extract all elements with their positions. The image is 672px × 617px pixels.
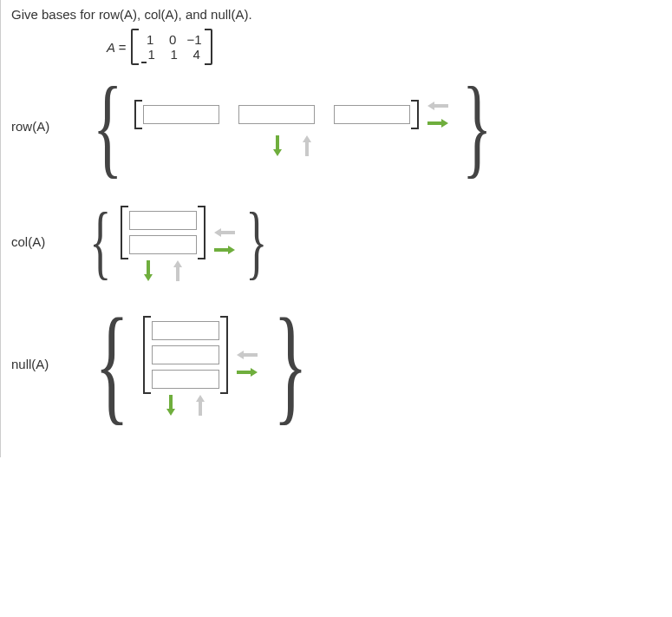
- matrix-cell: −1: [186, 32, 201, 47]
- matrix-cell: 1: [141, 32, 153, 47]
- col-A-row-controls: [136, 265, 190, 277]
- left-brace: {: [93, 81, 122, 171]
- add-row-icon[interactable]: [265, 140, 290, 152]
- row-A-row-controls: [265, 140, 319, 152]
- svg-marker-2: [273, 135, 282, 156]
- matrix-cell: 0: [164, 32, 176, 47]
- svg-marker-9: [196, 395, 205, 416]
- right-brace: }: [245, 208, 267, 274]
- col-A-col-controls: [212, 226, 237, 256]
- null-A-row-controls: [159, 399, 212, 411]
- svg-marker-3: [303, 135, 311, 156]
- svg-marker-0: [427, 102, 448, 110]
- col-vector-bracket: [121, 206, 206, 259]
- right-brace: }: [462, 81, 492, 171]
- remove-column-icon[interactable]: [426, 100, 450, 112]
- svg-marker-11: [237, 368, 258, 377]
- null-A-input-3[interactable]: [152, 370, 219, 389]
- null-A-input-2[interactable]: [152, 345, 219, 364]
- svg-marker-4: [144, 260, 153, 281]
- matrix-cell: 1: [143, 47, 155, 62]
- row-A-section: row(A) { }: [11, 81, 662, 171]
- matrix-cell: 1: [166, 47, 178, 62]
- svg-marker-8: [166, 395, 175, 416]
- null-A-col-controls: [235, 349, 259, 378]
- null-A-input-1[interactable]: [152, 321, 219, 340]
- col-A-input-1[interactable]: [129, 211, 197, 230]
- matrix-definition: A = 1 0 −1 1 1 4: [107, 29, 662, 65]
- add-row-icon[interactable]: [136, 265, 160, 277]
- add-column-icon[interactable]: [426, 117, 450, 129]
- remove-row-icon[interactable]: [295, 140, 319, 152]
- row-A-input-3[interactable]: [334, 105, 410, 124]
- svg-marker-10: [237, 351, 258, 359]
- null-vector-bracket: [143, 316, 228, 394]
- left-brace: {: [95, 312, 129, 416]
- row-A-input-2[interactable]: [238, 105, 315, 124]
- null-A-label: null(A): [11, 357, 81, 371]
- remove-column-icon[interactable]: [212, 226, 237, 239]
- col-A-section: col(A) { }: [11, 206, 662, 277]
- question-text: Give bases for row(A), col(A), and null(…: [11, 7, 662, 22]
- null-A-section: null(A) {: [11, 312, 662, 416]
- svg-marker-5: [173, 260, 182, 281]
- matrix-lhs: A =: [107, 40, 126, 55]
- svg-marker-7: [214, 246, 235, 254]
- col-A-input-2[interactable]: [129, 235, 197, 254]
- add-column-icon[interactable]: [212, 244, 237, 256]
- add-row-icon[interactable]: [159, 399, 183, 411]
- right-brace: }: [273, 312, 308, 416]
- remove-column-icon[interactable]: [235, 349, 259, 361]
- row-A-col-controls: [426, 100, 450, 129]
- add-column-icon[interactable]: [235, 366, 259, 378]
- matrix-A: 1 0 −1 1 1 4: [131, 29, 212, 65]
- row-A-input-1[interactable]: [143, 105, 219, 124]
- svg-marker-6: [214, 228, 235, 237]
- row-A-label: row(A): [11, 119, 81, 134]
- col-A-label: col(A): [11, 234, 81, 249]
- svg-marker-1: [427, 119, 448, 128]
- row-vector-bracket: [134, 100, 419, 129]
- matrix-cell: 4: [188, 47, 200, 62]
- left-brace: {: [89, 208, 111, 274]
- remove-row-icon[interactable]: [188, 399, 212, 411]
- remove-row-icon[interactable]: [166, 265, 190, 277]
